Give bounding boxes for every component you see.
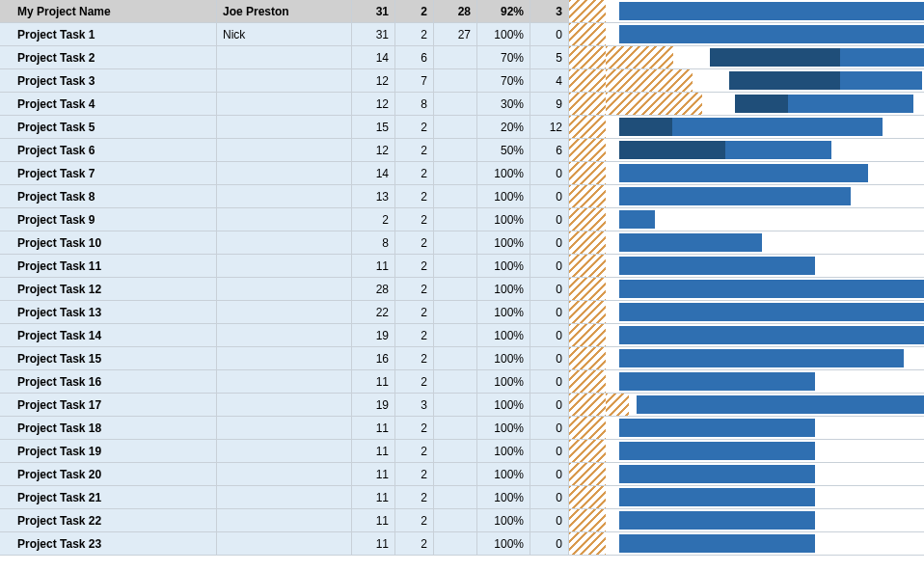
col-start[interactable]: 2 [395, 185, 434, 207]
col-n3[interactable] [434, 69, 477, 92]
task-row[interactable]: Project Task 8132100%0 [0, 185, 924, 208]
col-duration[interactable]: 11 [352, 417, 395, 439]
assignee[interactable] [217, 93, 352, 115]
col-pct-complete[interactable]: 100% [477, 162, 530, 184]
col-start[interactable]: 2 [395, 463, 434, 485]
col-pct-complete[interactable]: 100% [477, 231, 530, 254]
assignee[interactable] [217, 509, 352, 531]
col-start[interactable]: 2 [395, 278, 434, 300]
task-name[interactable]: Project Task 17 [0, 394, 217, 416]
col-duration[interactable]: 19 [352, 324, 395, 346]
col-n3[interactable] [434, 417, 477, 439]
col-remaining[interactable]: 12 [530, 116, 569, 138]
assignee[interactable] [217, 440, 352, 462]
col-n3[interactable] [434, 139, 477, 161]
task-row[interactable]: Project Task 20112100%0 [0, 463, 924, 486]
col-pct-complete[interactable]: 100% [477, 370, 530, 393]
task-name[interactable]: Project Task 9 [0, 208, 217, 231]
task-name[interactable]: Project Task 13 [0, 301, 217, 323]
assignee[interactable] [217, 463, 352, 485]
assignee[interactable] [217, 370, 352, 393]
assignee[interactable] [217, 486, 352, 508]
task-name[interactable]: Project Task 7 [0, 162, 217, 184]
task-row[interactable]: Project Task 23112100%0 [0, 532, 924, 556]
col-n3[interactable] [434, 185, 477, 207]
col-n3[interactable] [434, 370, 477, 393]
col-duration[interactable]: 12 [352, 93, 395, 115]
col-n3[interactable] [434, 440, 477, 462]
task-name[interactable]: Project Task 5 [0, 116, 217, 138]
col-duration[interactable]: 22 [352, 301, 395, 323]
col-n3[interactable] [434, 231, 477, 254]
task-row[interactable]: Project Task 21112100%0 [0, 486, 924, 509]
col-remaining[interactable]: 0 [530, 301, 569, 323]
task-row[interactable]: Project Task 13222100%0 [0, 301, 924, 324]
col-duration[interactable]: 11 [352, 532, 395, 555]
task-name[interactable]: Project Task 19 [0, 440, 217, 462]
col-remaining[interactable]: 0 [530, 255, 569, 277]
task-name[interactable]: Project Task 22 [0, 509, 217, 531]
col-start[interactable]: 2 [395, 509, 434, 531]
col-remaining[interactable]: 0 [530, 324, 569, 346]
col-duration[interactable]: 19 [352, 394, 395, 416]
assignee[interactable] [217, 417, 352, 439]
col-duration[interactable]: 16 [352, 347, 395, 369]
col-duration[interactable]: 13 [352, 185, 395, 207]
task-name[interactable]: Project Task 10 [0, 231, 217, 254]
assignee[interactable] [217, 139, 352, 161]
col-duration[interactable]: 14 [352, 162, 395, 184]
assignee[interactable] [217, 278, 352, 300]
col-start[interactable]: 2 [395, 324, 434, 346]
assignee[interactable] [217, 69, 352, 92]
col-duration[interactable]: 11 [352, 370, 395, 393]
col-start[interactable]: 2 [395, 347, 434, 369]
col-remaining[interactable]: 0 [530, 417, 569, 439]
task-name[interactable]: Project Task 12 [0, 278, 217, 300]
col-pct-complete[interactable]: 100% [477, 509, 530, 531]
col-pct-complete[interactable]: 50% [477, 139, 530, 161]
col-start[interactable]: 2 [395, 116, 434, 138]
task-name[interactable]: Project Task 1 [0, 23, 217, 45]
assignee[interactable] [217, 532, 352, 555]
col-n3[interactable] [434, 278, 477, 300]
col-start[interactable]: 2 [395, 0, 434, 22]
col-n3[interactable] [434, 532, 477, 555]
col-pct-complete[interactable]: 100% [477, 532, 530, 555]
col-remaining[interactable]: 3 [530, 0, 569, 22]
col-remaining[interactable]: 0 [530, 509, 569, 531]
task-name[interactable]: Project Task 14 [0, 324, 217, 346]
col-remaining[interactable]: 0 [530, 532, 569, 555]
col-remaining[interactable]: 0 [530, 278, 569, 300]
col-n3[interactable] [434, 509, 477, 531]
col-duration[interactable]: 31 [352, 0, 395, 22]
assignee[interactable]: Joe Preston [217, 0, 352, 22]
col-duration[interactable]: 11 [352, 255, 395, 277]
task-name[interactable]: Project Task 15 [0, 347, 217, 369]
task-name[interactable]: Project Task 4 [0, 93, 217, 115]
col-remaining[interactable]: 0 [530, 486, 569, 508]
col-duration[interactable]: 14 [352, 46, 395, 68]
col-start[interactable]: 3 [395, 394, 434, 416]
assignee[interactable]: Nick [217, 23, 352, 45]
col-remaining[interactable]: 0 [530, 231, 569, 254]
col-pct-complete[interactable]: 100% [477, 417, 530, 439]
task-row[interactable]: Project Task 214670%5 [0, 46, 924, 69]
col-remaining[interactable]: 0 [530, 185, 569, 207]
col-remaining[interactable]: 0 [530, 370, 569, 393]
col-pct-complete[interactable]: 100% [477, 347, 530, 369]
col-n3[interactable] [434, 347, 477, 369]
task-name[interactable]: Project Task 20 [0, 463, 217, 485]
assignee[interactable] [217, 46, 352, 68]
col-start[interactable]: 7 [395, 69, 434, 92]
task-row[interactable]: Project Task 1Nick31227100%0 [0, 23, 924, 46]
col-pct-complete[interactable]: 30% [477, 93, 530, 115]
col-n3[interactable] [434, 93, 477, 115]
col-pct-complete[interactable]: 100% [477, 301, 530, 323]
col-remaining[interactable]: 0 [530, 440, 569, 462]
col-pct-complete[interactable]: 100% [477, 185, 530, 207]
col-n3[interactable] [434, 46, 477, 68]
task-name[interactable]: Project Task 16 [0, 370, 217, 393]
col-duration[interactable]: 8 [352, 231, 395, 254]
col-pct-complete[interactable]: 70% [477, 46, 530, 68]
task-row[interactable]: Project Task 18112100%0 [0, 417, 924, 440]
